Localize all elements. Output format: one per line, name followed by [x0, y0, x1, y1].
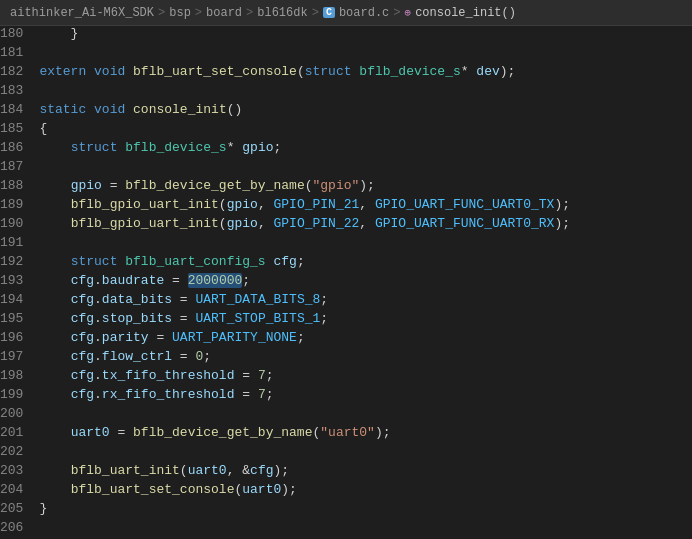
token: cfg [71, 273, 94, 288]
token: ( [305, 178, 313, 193]
line-number: 196 [0, 330, 39, 345]
token: GPIO_PIN_21 [274, 197, 360, 212]
line-content [39, 83, 692, 98]
token: dev [476, 64, 499, 79]
breadcrumb-item-bl616dk[interactable]: bl616dk [257, 6, 307, 20]
token: , [258, 197, 274, 212]
token: ( [219, 197, 227, 212]
token: = [102, 178, 125, 193]
token: bflb_uart_init [71, 463, 180, 478]
breadcrumb-item-sdk[interactable]: aithinker_Ai-M6X_SDK [10, 6, 154, 20]
token: ; [274, 140, 282, 155]
token: ); [281, 482, 297, 497]
breadcrumb-sep-1: > [158, 6, 165, 20]
token: ; [266, 387, 274, 402]
code-line: 197 cfg.flow_ctrl = 0; [0, 349, 692, 368]
token: UART_DATA_BITS_8 [195, 292, 320, 307]
code-line: 195 cfg.stop_bits = UART_STOP_BITS_1; [0, 311, 692, 330]
token: = [149, 330, 172, 345]
line-number: 205 [0, 501, 39, 516]
token: ); [554, 216, 570, 231]
token: uart0 [71, 425, 110, 440]
line-content: struct bflb_uart_config_s cfg; [39, 254, 692, 269]
token: . [94, 387, 102, 402]
line-content: extern void bflb_uart_set_console(struct… [39, 64, 692, 79]
token [266, 254, 274, 269]
token: ; [297, 330, 305, 345]
token [39, 330, 70, 345]
line-number: 185 [0, 121, 39, 136]
code-editor[interactable]: 180 }181 182extern void bflb_uart_set_co… [0, 26, 692, 539]
token [39, 292, 70, 307]
line-content [39, 520, 692, 535]
code-line: 206 [0, 520, 692, 539]
line-number: 192 [0, 254, 39, 269]
line-content: static void console_init() [39, 102, 692, 117]
token: . [94, 311, 102, 326]
code-line: 194 cfg.data_bits = UART_DATA_BITS_8; [0, 292, 692, 311]
code-line: 199 cfg.rx_fifo_threshold = 7; [0, 387, 692, 406]
breadcrumb-sep-4: > [312, 6, 319, 20]
line-number: 186 [0, 140, 39, 155]
code-line: 193 cfg.baudrate = 2000000; [0, 273, 692, 292]
code-line: 187 [0, 159, 692, 178]
line-content: struct bflb_device_s* gpio; [39, 140, 692, 155]
breadcrumb-sep-3: > [246, 6, 253, 20]
token: ( [180, 463, 188, 478]
code-line: 200 [0, 406, 692, 425]
token: . [94, 349, 102, 364]
token [39, 368, 70, 383]
token: , & [227, 463, 250, 478]
token: cfg [71, 349, 94, 364]
token: () [227, 102, 243, 117]
line-number: 183 [0, 83, 39, 98]
line-content: cfg.stop_bits = UART_STOP_BITS_1; [39, 311, 692, 326]
breadcrumb-item-bsp[interactable]: bsp [169, 6, 191, 20]
token: struct [305, 64, 352, 79]
line-number: 188 [0, 178, 39, 193]
token [39, 197, 70, 212]
code-line: 184static void console_init() [0, 102, 692, 121]
token: uart0 [188, 463, 227, 478]
token: } [39, 26, 78, 41]
token [39, 311, 70, 326]
token: ); [273, 463, 289, 478]
token: baudrate [102, 273, 164, 288]
line-content: bflb_gpio_uart_init(gpio, GPIO_PIN_21, G… [39, 197, 692, 212]
token [39, 140, 70, 155]
token: GPIO_UART_FUNC_UART0_TX [375, 197, 554, 212]
token: = [234, 368, 257, 383]
line-number: 199 [0, 387, 39, 402]
token [39, 254, 70, 269]
token: ); [554, 197, 570, 212]
token: bflb_device_s [125, 140, 226, 155]
token [39, 425, 70, 440]
token: } [39, 501, 47, 516]
line-content [39, 235, 692, 250]
line-number: 182 [0, 64, 39, 79]
token: 7 [258, 368, 266, 383]
breadcrumb-item-console-init[interactable]: console_init() [415, 6, 516, 20]
token: gpio [71, 178, 102, 193]
code-line: 196 cfg.parity = UART_PARITY_NONE; [0, 330, 692, 349]
token: . [94, 368, 102, 383]
token: = [172, 311, 195, 326]
line-number: 191 [0, 235, 39, 250]
breadcrumb-item-board-c[interactable]: board.c [339, 6, 389, 20]
code-line: 182extern void bflb_uart_set_console(str… [0, 64, 692, 83]
token: = [172, 349, 195, 364]
token: void [94, 64, 125, 79]
token [39, 216, 70, 231]
token: cfg [71, 330, 94, 345]
line-content: } [39, 501, 692, 516]
line-content: bflb_uart_init(uart0, &cfg); [39, 463, 692, 478]
token: gpio [242, 140, 273, 155]
code-line: 188 gpio = bflb_device_get_by_name("gpio… [0, 178, 692, 197]
token: tx_fifo_threshold [102, 368, 235, 383]
token [125, 102, 133, 117]
token: gpio [227, 216, 258, 231]
line-number: 181 [0, 45, 39, 60]
breadcrumb-item-board[interactable]: board [206, 6, 242, 20]
line-content: bflb_gpio_uart_init(gpio, GPIO_PIN_22, G… [39, 216, 692, 231]
token: 2000000 [188, 273, 243, 288]
